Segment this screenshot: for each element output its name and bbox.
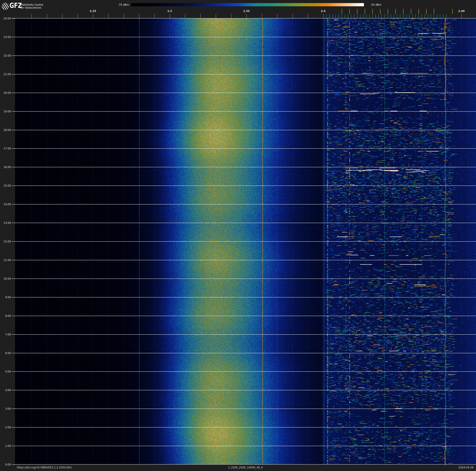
freq-tick-minor <box>200 14 201 18</box>
freq-tick-minor <box>308 14 308 18</box>
time-axis-tick <box>12 260 15 260</box>
ble-channel-tick <box>369 14 370 18</box>
ble-channel-tick <box>440 14 440 18</box>
logo-acronym: GFZ <box>10 1 22 9</box>
ble-channel-tick <box>406 14 407 18</box>
wifi-channel-tick <box>342 9 342 14</box>
time-axis-label: 3:00 <box>0 407 11 410</box>
ble-channel-tick <box>372 14 373 18</box>
ble-channel-tick <box>360 14 360 18</box>
time-axis-tick <box>12 446 15 446</box>
time-axis-tick <box>12 334 15 335</box>
time-axis-label: 2:00 <box>0 426 11 429</box>
freq-axis-label: 2.25 <box>90 10 96 13</box>
time-axis-tick <box>12 279 15 279</box>
freq-tick-minor <box>62 14 63 18</box>
time-axis-tick <box>12 55 15 56</box>
time-axis-label: 20:00 <box>0 91 11 94</box>
freq-tick-minor <box>246 14 247 18</box>
time-axis-label: 15:00 <box>0 184 11 187</box>
wifi-channel-tick <box>403 9 404 14</box>
time-axis-tick <box>12 390 15 390</box>
logo-name-line1: Helmholtz Centre <box>20 3 43 6</box>
ble-channel-tick <box>378 14 379 18</box>
ble-channel-tick <box>388 14 388 18</box>
wifi-channel-tick <box>411 9 411 14</box>
wifi-channel-tick <box>372 9 373 14</box>
time-axis-label: 11:00 <box>0 259 11 262</box>
time-axis-tick <box>12 204 15 204</box>
time-axis-label: 17:00 <box>0 147 11 150</box>
time-axis-label: 7:00 <box>0 333 11 336</box>
ble-channel-tick <box>345 14 345 18</box>
time-axis-tick <box>12 111 15 112</box>
ble-channel-tick <box>434 14 434 18</box>
ble-channel-tick <box>357 14 357 18</box>
date-label: 2024-03-26 <box>458 466 474 469</box>
ble-channel-tick <box>446 14 446 18</box>
freq-tick-minor <box>185 14 185 18</box>
time-axis-tick <box>12 427 15 428</box>
wifi-channel-tick <box>388 9 388 14</box>
freq-tick-minor <box>461 14 462 18</box>
spectrogram-canvas <box>0 0 476 471</box>
ble-channel-tick <box>418 14 419 18</box>
time-axis-label: 10:00 <box>0 277 11 280</box>
ble-channel-tick <box>403 14 403 18</box>
ble-channel-tick <box>339 14 339 18</box>
time-axis-label: 19:00 <box>0 110 11 113</box>
time-axis-tick <box>12 464 15 465</box>
ble-channel-tick <box>326 14 327 18</box>
wifi-channel-tick <box>365 9 365 14</box>
freq-tick-minor <box>93 14 93 18</box>
time-axis-label: 8:00 <box>0 314 11 317</box>
time-axis-tick <box>12 223 15 223</box>
ble-channel-tick <box>363 14 363 18</box>
freq-tick-minor <box>47 14 47 18</box>
time-axis-tick <box>12 371 15 372</box>
dataset-filename: 2_2200_2500_10000_40_0 <box>15 466 476 469</box>
time-axis-label: 23:00 <box>0 36 11 38</box>
gfz-globe-logo-icon <box>2 3 9 10</box>
freq-tick-minor <box>108 14 109 18</box>
ble-channel-tick <box>342 14 342 18</box>
ble-channel-tick <box>394 14 394 18</box>
ble-channel-tick <box>382 14 382 18</box>
ble-channel-tick <box>336 14 336 18</box>
time-axis-tick <box>12 74 15 74</box>
logo-name-line2: for Geosciences <box>20 6 43 9</box>
freq-tick-minor <box>323 14 323 18</box>
time-axis-tick <box>12 185 15 186</box>
ble-channel-tick <box>425 14 425 18</box>
time-axis-tick <box>12 130 15 130</box>
logo-name: Helmholtz Centre for Geosciences <box>20 3 43 9</box>
time-axis-tick <box>12 316 15 316</box>
time-axis-label: 1:00 <box>0 444 11 448</box>
time-axis-label: 12:00 <box>0 240 11 243</box>
freq-tick-minor <box>78 14 78 18</box>
time-axis-tick <box>12 297 15 297</box>
wifi-channel-tick <box>349 9 350 14</box>
time-axis-label: 5:00 <box>0 370 11 373</box>
freq-axis-label: 2.4 <box>321 10 325 13</box>
ble-channel-tick <box>409 14 409 18</box>
freq-tick-minor <box>277 14 277 18</box>
time-axis-tick <box>12 167 15 167</box>
time-axis-label: 18:00 <box>0 128 11 132</box>
spectrogram-page: GFZ Helmholtz Centre for Geosciences -75… <box>0 0 476 471</box>
freq-tick-minor <box>124 14 124 18</box>
time-axis-label: 24:00 <box>0 17 11 20</box>
time-axis-label: 14:00 <box>0 203 11 206</box>
ble-channel-tick <box>428 14 428 18</box>
ble-channel-tick <box>385 14 385 18</box>
colorbar-min-label: -75 dBm <box>114 3 129 6</box>
time-axis-tick <box>12 409 15 409</box>
ble-channel-tick <box>329 14 330 18</box>
time-axis-label: 13:00 <box>0 221 11 224</box>
time-axis-label: 16:00 <box>0 165 11 169</box>
freq-axis-label: 2.3 <box>167 10 172 13</box>
time-axis-tick <box>12 18 15 18</box>
freq-tick-minor <box>170 14 170 18</box>
ble-channel-tick <box>354 14 354 18</box>
time-axis-tick <box>12 148 15 149</box>
